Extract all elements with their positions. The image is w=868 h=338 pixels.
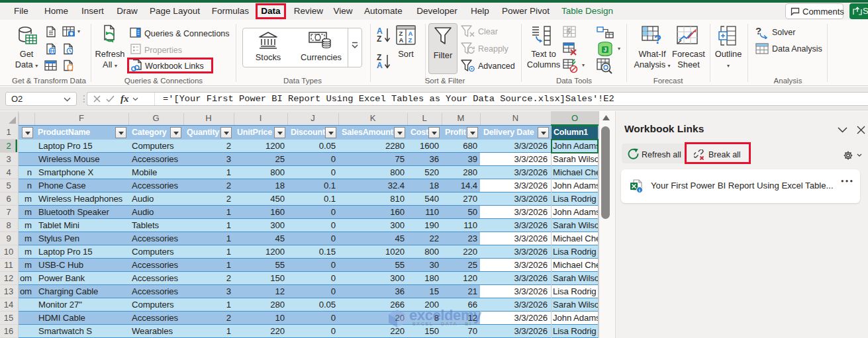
svg-text:?: ? <box>654 33 661 46</box>
svg-text:J: J <box>604 46 607 53</box>
